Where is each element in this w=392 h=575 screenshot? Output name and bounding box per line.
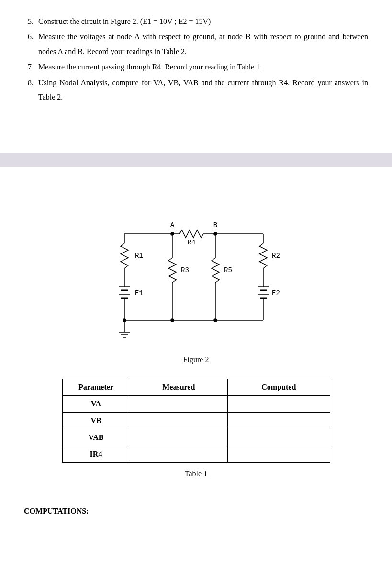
param-ir4: IR4 bbox=[62, 446, 130, 463]
r2-label: R2 bbox=[272, 252, 280, 260]
step-6: Measure the voltages at node A with resp… bbox=[35, 30, 368, 59]
table-row: VA bbox=[62, 396, 330, 413]
step-7: Measure the current passing through R4. … bbox=[35, 60, 368, 74]
param-vab: VAB bbox=[62, 429, 130, 446]
section-divider bbox=[0, 153, 392, 167]
step-8: Using Nodal Analysis, compute for VA, VB… bbox=[35, 76, 368, 105]
r1-label: R1 bbox=[135, 252, 143, 260]
computations-heading: COMPUTATIONS: bbox=[24, 507, 368, 516]
computed-va bbox=[228, 396, 330, 413]
circuit-diagram: A B R4 R1 R2 R3 R5 E1 E2 bbox=[105, 215, 287, 349]
node-b-label: B bbox=[213, 221, 217, 229]
step-5: Construct the circuit in Figure 2. (E1 =… bbox=[35, 14, 368, 29]
figure-2: A B R4 R1 R2 R3 R5 E1 E2 Figure 2 bbox=[24, 215, 368, 364]
steps-list: Construct the circuit in Figure 2. (E1 =… bbox=[24, 14, 368, 104]
page-lower: A B R4 R1 R2 R3 R5 E1 E2 Figure 2 Parame… bbox=[0, 200, 392, 535]
table-row: VB bbox=[62, 413, 330, 429]
col-measured: Measured bbox=[130, 379, 228, 396]
page-upper: Construct the circuit in Figure 2. (E1 =… bbox=[0, 0, 392, 125]
computed-ir4 bbox=[228, 446, 330, 463]
r5-label: R5 bbox=[224, 266, 232, 274]
results-table: Parameter Measured Computed VA VB VAB bbox=[62, 379, 330, 463]
measured-vab bbox=[130, 429, 228, 446]
e2-label: E2 bbox=[272, 289, 280, 297]
measured-va bbox=[130, 396, 228, 413]
computed-vb bbox=[228, 413, 330, 429]
table-row: IR4 bbox=[62, 446, 330, 463]
col-computed: Computed bbox=[228, 379, 330, 396]
computed-vab bbox=[228, 429, 330, 446]
param-va: VA bbox=[62, 396, 130, 413]
col-parameter: Parameter bbox=[62, 379, 130, 396]
figure-caption: Figure 2 bbox=[24, 356, 368, 364]
measured-ir4 bbox=[130, 446, 228, 463]
node-a-label: A bbox=[170, 221, 174, 229]
e1-label: E1 bbox=[135, 289, 143, 297]
param-vb: VB bbox=[62, 413, 130, 429]
table-caption: Table 1 bbox=[24, 470, 368, 478]
r4-label: R4 bbox=[187, 239, 195, 246]
measured-vb bbox=[130, 413, 228, 429]
r3-label: R3 bbox=[181, 266, 189, 274]
table-row: VAB bbox=[62, 429, 330, 446]
